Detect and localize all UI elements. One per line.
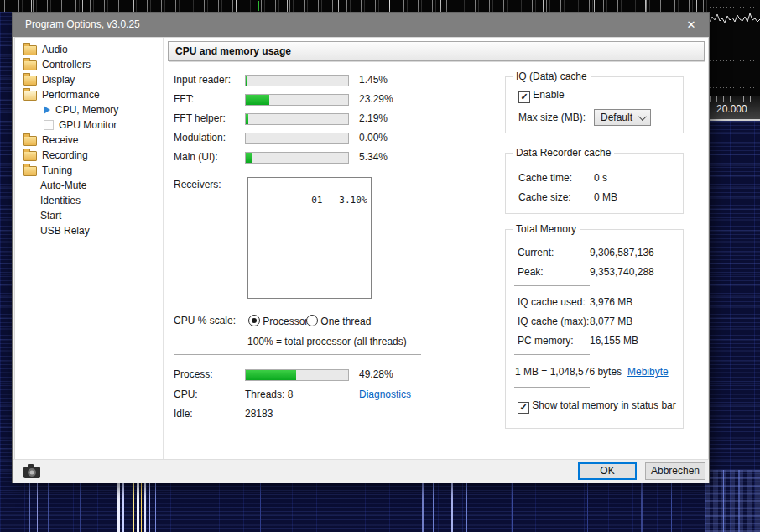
sidebar-item-receive[interactable]: Receive: [15, 133, 163, 148]
ok-button[interactable]: OK: [578, 462, 637, 480]
sidebar-item-recording[interactable]: Recording: [15, 148, 163, 163]
sidebar-item-cpu-memory[interactable]: CPU, Memory: [15, 102, 163, 117]
process-progressbar: [245, 369, 349, 381]
folder-icon: [23, 166, 37, 176]
total-memory-group: Total Memory Current: 9,306,587,136 Peak…: [505, 229, 684, 429]
checkbox-icon[interactable]: ✓: [518, 91, 530, 103]
sidebar-item-usb-relay[interactable]: USB Relay: [15, 223, 163, 238]
divider: [514, 354, 590, 355]
group-title: Data Recorder cache: [513, 147, 614, 159]
sidebar-item-controllers[interactable]: Controllers: [15, 57, 163, 72]
panel-header: CPU and memory usage: [168, 41, 705, 61]
sidebar-item-audio[interactable]: Audio: [15, 42, 163, 57]
usage-value: 23.29%: [359, 93, 393, 105]
iq-used-value: 3,976 MB: [590, 296, 632, 308]
close-icon[interactable]: ✕: [677, 13, 705, 37]
dialog-titlebar[interactable]: Program Options, v3.0.25 ✕: [13, 13, 709, 37]
camera-button[interactable]: [23, 463, 41, 479]
radio-icon[interactable]: [248, 315, 260, 326]
dialog-title: Program Options, v3.0.25: [25, 13, 140, 37]
max-size-label: Max size (MB):: [518, 112, 586, 123]
scale-label: CPU % scale:: [174, 315, 236, 326]
diagnostics-link[interactable]: Diagnostics: [359, 389, 411, 400]
page-icon: [44, 120, 54, 130]
sidebar-item-auto-mute[interactable]: Auto-Mute: [15, 178, 163, 193]
divider: [174, 354, 421, 355]
usage-label: Main (UI):: [174, 151, 218, 163]
receivers-listbox[interactable]: 01 3.10%: [247, 177, 372, 299]
current-label: Current:: [518, 247, 554, 258]
cpu-memory-panel: CPU and memory usage Input reader: 1.45%…: [164, 38, 708, 460]
usage-value: 2.19%: [359, 112, 388, 124]
peak-label: Peak:: [518, 266, 544, 278]
sdr-app-screen: 20.000 Program Options, v3.0.25 ✕: [0, 0, 760, 532]
usage-label: FFT:: [174, 93, 194, 105]
iq-used-label: IQ cache used:: [518, 296, 586, 308]
receivers-list-item: 01 3.10%: [311, 195, 367, 206]
sidebar-item-tuning[interactable]: Tuning: [15, 163, 163, 178]
radio-one-thread[interactable]: One thread: [306, 315, 371, 327]
usage-progressbar: [245, 133, 349, 144]
folder-icon: [23, 60, 37, 70]
frequency-scale: 20.000: [710, 96, 760, 121]
options-tree: Audio Controllers Display Performance CP…: [15, 38, 164, 460]
max-size-dropdown[interactable]: Default: [594, 109, 651, 126]
sidebar-item-start[interactable]: Start: [15, 208, 163, 223]
folder-icon: [23, 136, 37, 146]
receivers-label: Receivers:: [174, 179, 221, 190]
cpu-label: CPU:: [174, 389, 198, 400]
spectrum-panel: [710, 0, 760, 96]
chevron-down-icon: [638, 112, 647, 121]
waterfall-dashes: [705, 470, 760, 532]
recorder-cache-group: Data Recorder cache Cache time: 0 s Cach…: [505, 153, 684, 214]
cache-time-value: 0 s: [594, 172, 607, 184]
usage-label: FFT helper:: [174, 112, 226, 124]
usage-label: Input reader:: [174, 74, 231, 86]
idle-label: Idle:: [174, 408, 193, 420]
iq-cache-group: IQ (Data) cache ✓ Enable Max size (MB): …: [505, 76, 684, 133]
usage-value: 1.45%: [359, 74, 388, 86]
radio-processor[interactable]: Processor: [248, 315, 308, 327]
enable-checkbox-row[interactable]: ✓ Enable: [518, 89, 565, 103]
usage-label: Modulation:: [174, 132, 226, 143]
pc-memory-value: 16,155 MB: [590, 335, 638, 347]
threads-value: Threads: 8: [245, 389, 293, 400]
dialog-content: Audio Controllers Display Performance CP…: [14, 37, 709, 461]
divider: [514, 285, 590, 286]
sidebar-item-gpu-monitor[interactable]: GPU Monitor: [15, 117, 163, 133]
process-value: 49.28%: [359, 368, 393, 380]
iq-max-label: IQ cache (max):: [518, 316, 589, 327]
group-title: IQ (Data) cache: [513, 70, 591, 82]
spectrum-trace: [710, 0, 760, 96]
sidebar-item-identities[interactable]: Identities: [15, 193, 163, 208]
mebibyte-link[interactable]: Mebibyte: [627, 366, 669, 378]
usage-progressbar: [245, 113, 349, 125]
folder-open-icon: [23, 91, 37, 101]
checkbox-icon[interactable]: ✓: [518, 402, 529, 414]
iq-max-value: 8,077 MB: [590, 316, 632, 327]
peak-value: 9,353,740,288: [590, 266, 654, 278]
cancel-button[interactable]: Abbrechen: [645, 462, 705, 480]
process-label: Process:: [174, 368, 213, 380]
sidebar-item-performance[interactable]: Performance: [15, 87, 163, 102]
usage-progressbar: [245, 94, 349, 106]
dialog-footer: OK Abbrechen: [13, 459, 709, 483]
scale-note: 100% = total processor (all threads): [247, 336, 407, 347]
sidebar-item-display[interactable]: Display: [15, 72, 163, 87]
cache-time-label: Cache time:: [518, 172, 572, 184]
folder-icon: [23, 45, 37, 55]
usage-progressbar: [245, 75, 349, 86]
show-total-checkbox-row[interactable]: ✓ Show total memory in status bar: [518, 399, 676, 414]
usage-value: 5.34%: [359, 151, 388, 163]
frequency-label: 20.000: [716, 103, 747, 115]
current-value: 9,306,587,136: [590, 247, 654, 258]
folder-icon: [23, 76, 37, 86]
radio-icon[interactable]: [306, 315, 318, 326]
idle-value: 28183: [245, 408, 273, 420]
usage-value: 0.00%: [359, 132, 388, 143]
program-options-dialog: Program Options, v3.0.25 ✕ Audio Control…: [12, 12, 710, 483]
pc-memory-label: PC memory:: [518, 335, 574, 347]
spectrum-top-strip: [0, 0, 760, 12]
folder-icon: [23, 151, 37, 161]
mb-note: 1 MB = 1,048,576 bytes: [515, 366, 622, 378]
